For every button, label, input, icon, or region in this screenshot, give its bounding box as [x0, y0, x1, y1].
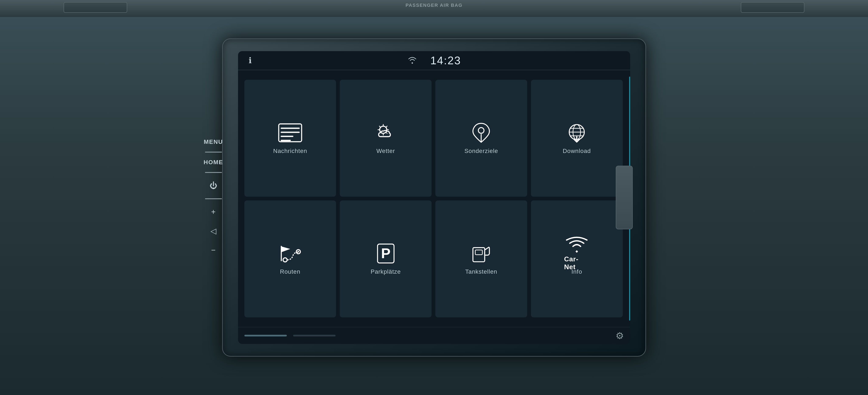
control-line-3 [205, 198, 222, 199]
tankstellen-label: Tankstellen [465, 269, 497, 275]
bottom-bar: ⚙ [238, 327, 630, 344]
left-controls: MENU HOME ⏻ + ◁ − [204, 139, 223, 256]
control-line-1 [205, 152, 222, 152]
status-center: 14:23 [407, 54, 461, 67]
sonderziele-icon [468, 122, 494, 143]
download-icon [564, 122, 589, 143]
screen-bezel: MENU HOME ⏻ + ◁ − ℹ [222, 38, 646, 357]
info-label: Info [571, 269, 582, 275]
svg-line-10 [379, 126, 380, 127]
app-tile-sonderziele[interactable]: Sonderziele [435, 80, 527, 197]
svg-marker-22 [281, 246, 290, 252]
car-interior: PASSENGER AIR BAG MENU HOME ⏻ + ◁ − ℹ [0, 0, 868, 395]
svg-line-11 [386, 132, 387, 134]
svg-rect-29 [475, 250, 483, 255]
vent-left [64, 2, 127, 13]
control-line-2 [205, 172, 222, 173]
routen-icon [277, 243, 303, 264]
main-content: Nachrichten [238, 70, 630, 327]
speaker-button[interactable]: ◁ [207, 225, 220, 237]
indicator-bar-2 [293, 335, 336, 336]
wifi-icon [407, 55, 417, 66]
menu-label: MENU [204, 139, 223, 145]
bottom-indicators [244, 335, 336, 336]
parkplaetze-icon: P [373, 243, 399, 264]
status-left: ℹ [249, 56, 252, 65]
nachrichten-icon [277, 122, 303, 143]
routen-label: Routen [280, 269, 300, 275]
airbag-label: PASSENGER AIR BAG [405, 3, 463, 8]
grab-handle [616, 166, 633, 229]
status-bar: ℹ 14:23 [238, 51, 630, 70]
vent-right [741, 2, 804, 13]
parkplaetze-label: Parkplätze [371, 269, 401, 275]
app-tile-wetter[interactable]: Wetter [340, 80, 432, 197]
app-tile-nachrichten[interactable]: Nachrichten [244, 80, 336, 197]
svg-point-23 [283, 258, 287, 262]
wetter-icon [373, 122, 399, 143]
top-vent: PASSENGER AIR BAG [0, 0, 868, 17]
app-grid: Nachrichten [244, 80, 623, 317]
app-tile-routen[interactable]: Routen [244, 200, 336, 317]
download-label: Download [563, 148, 591, 154]
indicator-bar-1 [244, 335, 287, 336]
plus-button[interactable]: + [207, 205, 220, 218]
svg-point-13 [478, 128, 484, 133]
svg-point-25 [298, 251, 299, 252]
sonderziele-label: Sonderziele [464, 148, 498, 154]
tankstellen-icon [468, 243, 494, 264]
time-display: 14:23 [430, 54, 461, 67]
info-icon: ℹ [249, 56, 252, 65]
minus-button[interactable]: − [207, 244, 220, 256]
app-tile-tankstellen[interactable]: Tankstellen [435, 200, 527, 317]
wetter-label: Wetter [376, 148, 395, 154]
app-tile-parkplaetze[interactable]: P Parkplätze [340, 200, 432, 317]
svg-line-12 [386, 126, 387, 127]
app-tile-download[interactable]: Download [531, 80, 623, 197]
carnet-icon: Car-Net [564, 243, 589, 264]
nachrichten-label: Nachrichten [273, 148, 307, 154]
settings-icon[interactable]: ⚙ [616, 330, 624, 341]
power-button[interactable]: ⏻ [207, 179, 220, 192]
main-screen: ℹ 14:23 [238, 51, 630, 344]
home-label: HOME [204, 159, 223, 166]
grid-area: Nachrichten [238, 75, 629, 323]
svg-text:P: P [381, 246, 390, 261]
app-tile-info[interactable]: Car-Net Info [531, 200, 623, 317]
